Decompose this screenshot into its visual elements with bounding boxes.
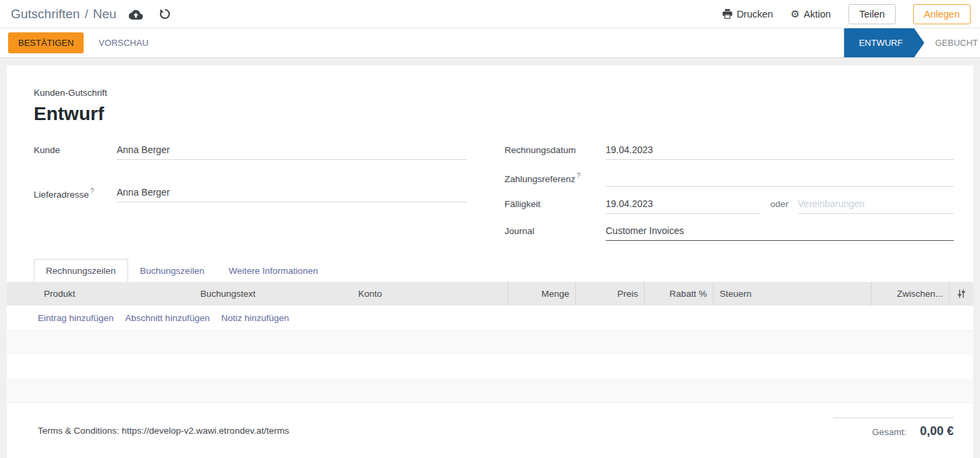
rechnungsdatum-field[interactable] bbox=[606, 143, 954, 160]
record-dirty-indicators bbox=[129, 8, 171, 20]
stage-gebucht[interactable]: GEBUCHT bbox=[924, 28, 980, 57]
zahlungsreferenz-field[interactable] bbox=[606, 170, 954, 187]
action-label: Aktion bbox=[804, 9, 831, 20]
action-menu[interactable]: ⚙ Aktion bbox=[790, 9, 831, 20]
print-menu[interactable]: Drucken bbox=[722, 9, 773, 20]
table-row bbox=[7, 378, 973, 402]
journal-label: Journal bbox=[505, 224, 606, 236]
tab-weitere-informationen[interactable]: Weitere Informationen bbox=[217, 259, 330, 282]
form-grid: Kunde Lieferadresse? bbox=[34, 143, 954, 241]
breadcrumb-parent[interactable]: Gutschriften bbox=[11, 7, 80, 22]
total-box: Gesamt: 0,00 € bbox=[833, 418, 954, 438]
preview-button[interactable]: VORSCHAU bbox=[98, 38, 148, 48]
field-row-journal: Journal bbox=[505, 224, 954, 241]
journal-field[interactable] bbox=[606, 224, 954, 241]
add-line-link[interactable]: Eintrag hinzufügen bbox=[38, 313, 114, 323]
col-produkt[interactable]: Produkt bbox=[38, 282, 194, 306]
share-button[interactable]: Teilen bbox=[848, 4, 896, 24]
terms-and-conditions: Terms & Conditions: https://develop-v2.w… bbox=[38, 426, 289, 436]
optional-columns-toggle[interactable] bbox=[949, 282, 973, 306]
cloud-upload-icon[interactable] bbox=[129, 9, 143, 20]
stage-entwurf[interactable]: ENTWURF bbox=[844, 28, 924, 57]
help-icon: ? bbox=[90, 188, 94, 195]
kunde-label: Kunde bbox=[34, 143, 117, 155]
faelligkeit-label: Fälligkeit bbox=[505, 197, 606, 209]
create-button[interactable]: Anlegen bbox=[913, 4, 971, 24]
top-actions: Drucken ⚙ Aktion Teilen Anlegen bbox=[722, 4, 971, 24]
breadcrumb-separator: / bbox=[84, 7, 88, 22]
col-konto[interactable]: Konto bbox=[352, 282, 508, 306]
field-row-kunde: Kunde bbox=[34, 143, 467, 160]
document-type-label: Kunden-Gutschrift bbox=[34, 88, 954, 98]
zahlungsbedingungen-field[interactable] bbox=[798, 197, 954, 214]
gear-icon: ⚙ bbox=[790, 9, 799, 19]
col-buchungstext[interactable]: Buchungstext bbox=[194, 282, 352, 306]
row-handle-column bbox=[7, 282, 38, 306]
tab-buchungszeilen[interactable]: Buchungszeilen bbox=[128, 259, 217, 282]
app-window: Gutschriften / Neu bbox=[0, 0, 980, 458]
col-zwischensumme[interactable]: Zwischen... bbox=[871, 282, 949, 306]
rechnungsdatum-label: Rechnungsdatum bbox=[505, 143, 606, 155]
faelligkeit-field[interactable] bbox=[606, 197, 761, 214]
stage-indicator: ENTWURF GEBUCHT bbox=[844, 28, 980, 57]
field-row-faelligkeit: Fälligkeit oder bbox=[505, 197, 954, 214]
top-bar: Gutschriften / Neu bbox=[0, 0, 980, 28]
sliders-icon bbox=[956, 289, 967, 299]
kunde-field[interactable] bbox=[117, 143, 467, 160]
total-label: Gesamt: bbox=[872, 427, 906, 437]
notebook-tabs: Rechnungszeilen Buchungszeilen Weitere I… bbox=[34, 259, 954, 282]
invoice-lines-table: Produkt Buchungstext Konto Menge Preis R… bbox=[7, 282, 973, 403]
field-row-zahlungsreferenz: Zahlungsreferenz? bbox=[505, 170, 954, 187]
total-value: 0,00 € bbox=[920, 424, 954, 438]
discard-undo-icon[interactable] bbox=[159, 8, 171, 20]
col-steuern[interactable]: Steuern bbox=[713, 282, 871, 306]
status-bar: BESTÄTIGEN VORSCHAU ENTWURF GEBUCHT bbox=[0, 28, 980, 58]
add-section-link[interactable]: Abschnitt hinzufügen bbox=[125, 313, 210, 323]
printer-icon bbox=[722, 9, 732, 19]
col-rabatt[interactable]: Rabatt % bbox=[644, 282, 713, 306]
help-icon: ? bbox=[577, 172, 581, 179]
col-menge[interactable]: Menge bbox=[508, 282, 575, 306]
sheet-footer: Terms & Conditions: https://develop-v2.w… bbox=[7, 418, 973, 438]
page-title: Entwurf bbox=[34, 103, 954, 125]
table-row bbox=[7, 355, 973, 378]
table-row bbox=[7, 331, 973, 355]
col-preis[interactable]: Preis bbox=[575, 282, 644, 306]
table-add-row: Eintrag hinzufügen Abschnitt hinzufügen … bbox=[7, 306, 973, 331]
lieferadresse-label: Lieferadresse? bbox=[34, 185, 117, 200]
field-row-lieferadresse: Lieferadresse? bbox=[34, 185, 467, 202]
add-note-link[interactable]: Notiz hinzufügen bbox=[221, 313, 289, 323]
field-row-rechnungsdatum: Rechnungsdatum bbox=[505, 143, 954, 160]
breadcrumb: Gutschriften / Neu bbox=[11, 7, 171, 22]
empty-rows bbox=[7, 331, 973, 403]
table-header-row: Produkt Buchungstext Konto Menge Preis R… bbox=[7, 282, 973, 306]
tab-rechnungszeilen[interactable]: Rechnungszeilen bbox=[34, 259, 128, 282]
confirm-button[interactable]: BESTÄTIGEN bbox=[8, 32, 84, 53]
or-label: oder bbox=[770, 199, 788, 209]
print-label: Drucken bbox=[737, 9, 773, 20]
breadcrumb-current: Neu bbox=[93, 7, 117, 22]
zahlungsreferenz-label: Zahlungsreferenz? bbox=[505, 170, 606, 184]
page-background: Kunden-Gutschrift Entwurf Kunde Lieferad… bbox=[0, 58, 980, 458]
lieferadresse-field[interactable] bbox=[117, 185, 467, 202]
form-sheet: Kunden-Gutschrift Entwurf Kunde Lieferad… bbox=[7, 65, 973, 458]
